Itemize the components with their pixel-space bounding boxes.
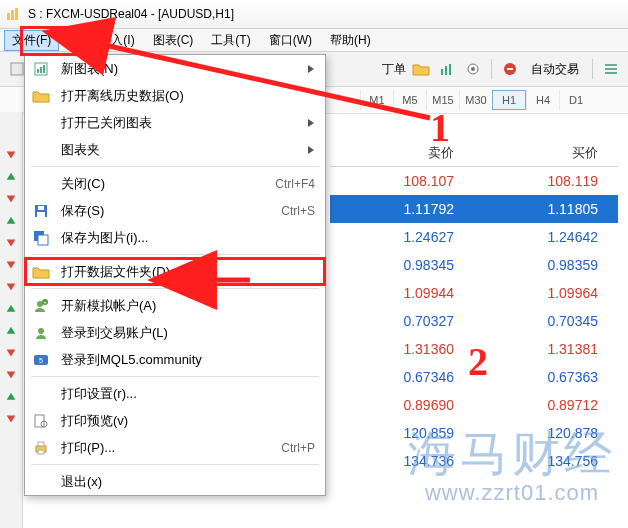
menu-item-shortcut: Ctrl+F4 [275,177,315,191]
menu-item-9[interactable]: 打开数据文件夹(D) [25,258,325,285]
menu-item-label: 登录到MQL5.community [61,351,305,369]
timeframe-H4[interactable]: H4 [526,90,559,110]
folder-icon[interactable] [410,58,432,80]
new-chart-icon [31,61,51,77]
timeframe-M1[interactable]: M1 [360,90,393,110]
price-header: 卖价 买价 [330,140,618,167]
menu-file[interactable]: 文件(F) [4,30,59,51]
menu-item-3[interactable]: 图表夹 [25,136,325,163]
up-arrow-icon [3,168,19,186]
sell-price: 1.31360 [330,341,474,357]
save-image-icon [31,230,51,246]
menu-item-label: 打开离线历史数据(O) [61,87,305,105]
menu-item-19[interactable]: 退出(x) [25,468,325,495]
buy-price: 0.98359 [474,257,618,273]
price-row[interactable]: 0.983450.98359 [330,251,618,279]
gear-icon[interactable] [462,58,484,80]
price-row[interactable]: 120.859120.878 [330,419,618,447]
price-row[interactable]: 0.896900.89712 [330,391,618,419]
down-arrow-icon [3,256,19,274]
svg-rect-20 [37,212,45,217]
list-icon[interactable] [600,58,622,80]
menu-item-5[interactable]: 关闭(C)Ctrl+F4 [25,170,325,197]
folder-open-icon [31,265,51,279]
chart-icon[interactable] [436,58,458,80]
menu-item-17[interactable]: 打印(P)...Ctrl+P [25,434,325,461]
menu-item-15[interactable]: 打印设置(r)... [25,380,325,407]
down-arrow-icon [3,190,19,208]
timeframe-M15[interactable]: M15 [426,90,459,110]
svg-point-26 [38,328,44,334]
menu-item-label: 登录到交易账户(L) [61,324,305,342]
menu-tools[interactable]: 工具(T) [203,30,258,51]
svg-rect-19 [38,206,44,210]
down-arrow-icon [3,366,19,384]
menu-item-7[interactable]: 保存为图片(i)... [25,224,325,251]
timeframe-M30[interactable]: M30 [459,90,492,110]
timeframe-M5[interactable]: M5 [393,90,426,110]
sell-price: 0.70327 [330,313,474,329]
menu-item-shortcut: Ctrl+P [281,441,315,455]
sell-price: 1.24627 [330,229,474,245]
menu-item-label: 打印设置(r)... [61,385,305,403]
menu-item-label: 保存为图片(i)... [61,229,305,247]
title-bar: S : FXCM-USDReal04 - [AUDUSD,H1] [0,0,628,29]
menu-help[interactable]: 帮助(H) [322,30,379,51]
svg-point-8 [471,67,475,71]
account-new-icon: + [31,298,51,314]
sell-price: 134.736 [330,453,474,469]
buy-price: 0.89712 [474,397,618,413]
down-arrow-icon [3,278,19,296]
menu-item-16[interactable]: 打印预览(v) [25,407,325,434]
price-row[interactable]: 1.313601.31381 [330,335,618,363]
menu-chart[interactable]: 图表(C) [145,30,202,51]
menu-bar: 文件(F) 显 插入(I) 图表(C) 工具(T) 窗口(W) 帮助(H) [0,29,628,52]
order-label: 丁单 [382,61,406,78]
price-row[interactable]: 1.099441.09964 [330,279,618,307]
menu-item-label: 打开数据文件夹(D) [61,263,305,281]
price-row[interactable]: 108.107108.119 [330,167,618,195]
submenu-arrow-icon [307,145,315,155]
window-title: S : FXCM-USDReal04 - [AUDUSD,H1] [28,7,234,21]
svg-rect-15 [37,69,39,73]
menu-insert[interactable]: 插入(I) [91,30,142,51]
file-menu-dropdown: 新图表(N)打开离线历史数据(O)打开已关闭图表图表夹关闭(C)Ctrl+F4保… [24,54,326,496]
svg-rect-1 [11,10,14,20]
price-row[interactable]: 0.673460.67363 [330,363,618,391]
down-arrow-icon [3,146,19,164]
price-row[interactable]: 1.246271.24642 [330,223,618,251]
autotrade-button[interactable]: 自动交易 [525,61,585,78]
svg-rect-10 [507,68,513,70]
buy-price: 1.31381 [474,341,618,357]
menu-item-0[interactable]: 新图表(N) [25,55,325,82]
menu-item-12[interactable]: 登录到交易账户(L) [25,319,325,346]
stop-icon[interactable] [499,58,521,80]
price-row[interactable]: 0.703270.70345 [330,307,618,335]
menu-item-2[interactable]: 打开已关闭图表 [25,109,325,136]
sell-price: 120.859 [330,425,474,441]
left-arrow-column [0,112,23,528]
svg-text:+: + [43,299,47,305]
timeframe-D1[interactable]: D1 [559,90,592,110]
header-buy: 买价 [474,144,618,162]
menu-item-label: 打印(P)... [61,439,271,457]
menu-item-label: 新图表(N) [61,60,287,78]
menu-view-partial[interactable]: 显 [61,30,89,51]
menu-item-13[interactable]: 5登录到MQL5.community [25,346,325,373]
sell-price: 1.09944 [330,285,474,301]
buy-price: 1.09964 [474,285,618,301]
timeframe-H1[interactable]: H1 [492,90,526,110]
menu-window[interactable]: 窗口(W) [261,30,320,51]
price-row[interactable]: 1.117921.11805 [330,195,618,223]
svg-rect-2 [15,8,18,20]
menu-item-1[interactable]: 打开离线历史数据(O) [25,82,325,109]
menu-item-6[interactable]: 保存(S)Ctrl+S [25,197,325,224]
svg-rect-16 [40,67,42,73]
price-row[interactable]: 134.736134.756 [330,447,618,475]
svg-rect-6 [449,64,451,75]
buy-price: 0.70345 [474,313,618,329]
menu-item-11[interactable]: +开新模拟帐户(A) [25,292,325,319]
sell-price: 108.107 [330,173,474,189]
up-arrow-icon [3,322,19,340]
buy-price: 134.756 [474,453,618,469]
